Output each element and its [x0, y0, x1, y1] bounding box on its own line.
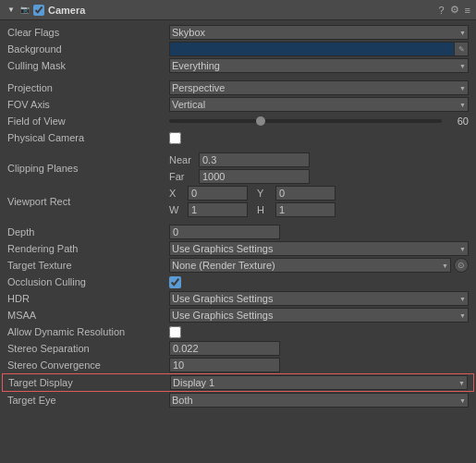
target-display-select[interactable]: Display 1 — [170, 375, 468, 390]
target-display-dropdown-wrapper[interactable]: Display 1 — [170, 375, 468, 390]
target-eye-label: Target Eye — [7, 395, 169, 406]
physical-camera-row: Physical Camera — [0, 129, 476, 146]
occlusion-culling-checkbox[interactable] — [169, 276, 181, 288]
camera-icon: 📷 — [19, 5, 31, 16]
x-input[interactable] — [188, 186, 248, 201]
background-color-preview[interactable] — [169, 42, 469, 56]
target-eye-select[interactable]: Both — [169, 393, 469, 408]
help-icon[interactable]: ? — [438, 5, 444, 16]
header-icons: ▼ 📷 — [6, 5, 44, 16]
allow-dynamic-res-value — [169, 326, 469, 338]
clipping-near-row: Near — [169, 152, 469, 167]
settings-icon[interactable]: ⚙ — [450, 4, 459, 16]
target-eye-value: Both — [169, 393, 469, 408]
physical-camera-value — [169, 132, 469, 144]
msaa-dropdown-wrapper[interactable]: Use Graphics Settings — [169, 308, 469, 323]
target-display-label: Target Display — [8, 377, 170, 388]
allow-dynamic-res-checkbox[interactable] — [169, 326, 181, 338]
clear-flags-dropdown-wrapper[interactable]: Skybox — [169, 25, 469, 40]
clear-flags-label: Clear Flags — [7, 27, 169, 38]
clear-flags-select[interactable]: Skybox — [169, 25, 469, 40]
projection-row: Projection Perspective — [0, 79, 476, 96]
fov-axis-select[interactable]: Vertical — [169, 97, 469, 112]
physical-camera-label: Physical Camera — [7, 132, 169, 143]
culling-mask-dropdown-wrapper[interactable]: Everything — [169, 58, 469, 73]
physical-camera-checkbox[interactable] — [169, 132, 181, 144]
background-label: Background — [7, 43, 169, 55]
fov-axis-dropdown-wrapper[interactable]: Vertical — [169, 97, 469, 112]
arrow-icon[interactable]: ▼ — [6, 5, 17, 16]
hdr-value: Use Graphics Settings — [169, 291, 469, 306]
viewport-rect-row: Viewport Rect X Y W H — [0, 185, 476, 218]
y-label: Y — [257, 188, 270, 199]
target-texture-select[interactable]: None (Render Texture) — [169, 258, 451, 273]
culling-mask-select[interactable]: Everything — [169, 58, 469, 73]
panel-content: Clear Flags Skybox Background ✎ Culling … — [0, 20, 476, 412]
target-eye-row: Target Eye Both — [0, 392, 476, 408]
fov-axis-row: FOV Axis Vertical — [0, 96, 476, 113]
stereo-conv-row: Stereo Convergence — [0, 357, 476, 373]
target-texture-dropdown-wrapper[interactable]: None (Render Texture) — [169, 258, 451, 273]
msaa-label: MSAA — [7, 310, 169, 321]
viewport-rect-label: Viewport Rect — [7, 196, 169, 207]
fov-axis-value: Vertical — [169, 97, 469, 112]
fov-slider-container: 60 — [169, 116, 469, 127]
enabled-checkbox[interactable] — [33, 5, 44, 16]
far-label: Far — [169, 171, 193, 182]
fov-row: Field of View 60 — [0, 113, 476, 129]
stereo-conv-value — [169, 358, 469, 372]
h-label: H — [257, 204, 270, 215]
camera-panel: ▼ 📷 Camera ? ⚙ ≡ Clear Flags Skybox Ba — [0, 0, 476, 412]
rendering-path-select[interactable]: Use Graphics Settings — [169, 241, 469, 256]
x-label: X — [169, 188, 182, 199]
depth-label: Depth — [7, 226, 169, 238]
fov-axis-label: FOV Axis — [7, 99, 169, 110]
stereo-sep-input[interactable] — [169, 341, 280, 356]
header-right: ? ⚙ ≡ — [438, 4, 470, 16]
fov-slider[interactable] — [169, 119, 442, 123]
hdr-dropdown-wrapper[interactable]: Use Graphics Settings — [169, 291, 469, 306]
clipping-planes-value: Near Far — [169, 152, 469, 184]
msaa-row: MSAA Use Graphics Settings — [0, 307, 476, 323]
hdr-select[interactable]: Use Graphics Settings — [169, 291, 469, 306]
culling-mask-value: Everything — [169, 58, 469, 73]
panel-header: ▼ 📷 Camera ? ⚙ ≡ — [0, 0, 476, 20]
far-input[interactable] — [199, 169, 310, 184]
target-texture-circle-btn[interactable]: ⊙ — [454, 258, 469, 273]
projection-select[interactable]: Perspective — [169, 80, 469, 95]
near-input[interactable] — [199, 152, 310, 167]
occlusion-culling-label: Occlusion Culling — [7, 276, 169, 287]
y-input[interactable] — [275, 186, 336, 201]
target-texture-inner: None (Render Texture) ⊙ — [169, 258, 469, 273]
rendering-path-row: Rendering Path Use Graphics Settings — [0, 240, 476, 257]
background-edit-icon[interactable]: ✎ — [454, 42, 469, 56]
clear-flags-value: Skybox — [169, 25, 469, 40]
culling-mask-label: Culling Mask — [7, 60, 169, 71]
depth-input[interactable] — [169, 225, 280, 239]
msaa-select[interactable]: Use Graphics Settings — [169, 308, 469, 323]
target-texture-label: Target Texture — [7, 260, 169, 271]
viewport-rect-value: X Y W H — [169, 186, 469, 217]
viewport-wh-row: W H — [169, 202, 469, 217]
viewport-container: X Y W H — [169, 186, 469, 217]
target-texture-value: None (Render Texture) ⊙ — [169, 258, 469, 273]
menu-icon[interactable]: ≡ — [465, 5, 470, 16]
projection-dropdown-wrapper[interactable]: Perspective — [169, 80, 469, 95]
depth-value — [169, 225, 469, 239]
rendering-path-dropdown-wrapper[interactable]: Use Graphics Settings — [169, 241, 469, 256]
background-value: ✎ — [169, 42, 469, 56]
target-eye-dropdown-wrapper[interactable]: Both — [169, 393, 469, 408]
near-label: Near — [169, 154, 193, 165]
stereo-conv-input[interactable] — [169, 358, 280, 372]
hdr-row: HDR Use Graphics Settings — [0, 290, 476, 307]
clipping-planes-row: Clipping Planes Near Far — [0, 152, 476, 185]
rendering-path-label: Rendering Path — [7, 243, 169, 254]
allow-dynamic-res-label: Allow Dynamic Resolution — [7, 326, 169, 337]
allow-dynamic-res-row: Allow Dynamic Resolution — [0, 323, 476, 340]
background-row: Background ✎ — [0, 41, 476, 57]
w-label: W — [169, 204, 182, 215]
projection-value: Perspective — [169, 80, 469, 95]
fov-number: 60 — [445, 116, 469, 127]
w-input[interactable] — [188, 202, 248, 217]
h-input[interactable] — [275, 202, 336, 217]
